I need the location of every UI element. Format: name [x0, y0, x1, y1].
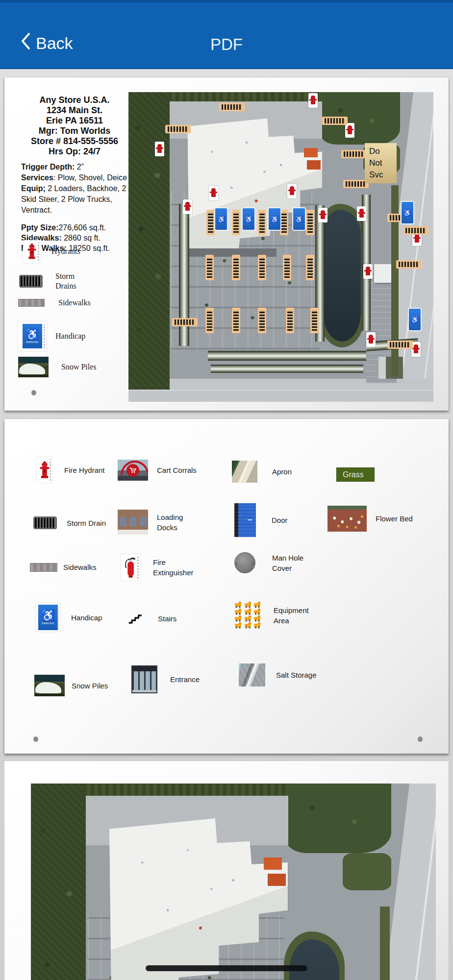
page-dot: [31, 390, 36, 395]
fire-hydrant-marker: [363, 264, 373, 279]
legend-item-sidewalks: Sidewalks: [18, 298, 95, 308]
service-details: Trigger Depth: 2” Services: Plow, Shovel…: [21, 162, 136, 216]
home-indicator[interactable]: [146, 965, 307, 971]
storm-drain-marker: [341, 150, 367, 158]
sidewalk-icon: [30, 563, 57, 572]
map-trees-right: [343, 853, 391, 890]
manhole-cover-icon: [234, 552, 255, 573]
loading-docks-icon: [118, 510, 148, 535]
door-icon: [234, 503, 256, 537]
storm-drain-marker: [283, 255, 291, 280]
storm-drain-marker: [258, 255, 266, 280]
storm-drain-marker: [232, 255, 240, 280]
map-containers: [268, 874, 286, 886]
map-containers: [264, 858, 282, 870]
storm-drain-marker: [387, 341, 413, 349]
site-map[interactable]: Do Not Svc: [128, 92, 433, 402]
key-item-stairs: Stairs: [128, 612, 204, 624]
key-item-salt-storage: Salt Storage: [239, 663, 330, 686]
storm-drain-marker: [306, 210, 314, 235]
pdf-page-3[interactable]: [4, 761, 449, 980]
store-name: Any Store U.S.A.: [19, 95, 130, 105]
handicap-sign-marker: [215, 208, 227, 230]
storm-drain-marker: [165, 125, 191, 133]
key-item-fire-hydrant: Fire Hydrant: [37, 457, 111, 483]
legend-item-snow-piles: Snow Piles: [18, 357, 98, 377]
map-grass-strip: [380, 906, 390, 980]
map-forest: [128, 92, 170, 390]
pdf-page-2[interactable]: Fire Hydrant Cart Corrals Apron Grass St…: [4, 419, 449, 754]
fire-hydrant-marker: [345, 123, 354, 138]
store-manager: Mgr: Tom Worlds: [19, 126, 130, 136]
key-item-handicap: ♿ PARKING Handicap: [36, 603, 118, 632]
map-containers: [307, 160, 321, 170]
apron-icon: [232, 461, 257, 483]
storm-drain-marker: [258, 308, 266, 333]
snow-pile-strip: [211, 365, 363, 372]
label-strip: [57, 606, 59, 630]
stairs-icon: [128, 612, 142, 624]
handicap-sign-marker: [293, 208, 305, 230]
storm-drain-marker: [205, 308, 214, 333]
grass-swatch: Grass: [336, 467, 375, 482]
snow-piles-icon: [34, 675, 65, 696]
pdf-page-1[interactable]: Any Store U.S.A. 1234 Main St. Erie PA 1…: [4, 77, 449, 411]
map-trees-topright: [286, 784, 391, 853]
fire-hydrant-marker: [366, 332, 376, 347]
wheelchair-glyph: ♿: [41, 610, 55, 621]
fire-hydrant-marker: [155, 142, 164, 156]
equipment-area-icon: [234, 601, 262, 630]
fire-hydrant-marker: [318, 208, 327, 222]
legend-item-storm-drains: Storm Drains: [19, 271, 92, 291]
entrance-icon: [131, 665, 157, 693]
key-item-loading-docks: Loading Docks: [118, 510, 203, 535]
key-item-snow-piles: Snow Piles: [34, 675, 118, 696]
legend-item-handicap: ♿ PARKING Handicap: [18, 321, 92, 351]
storm-drain-marker: [280, 210, 288, 235]
storm-drain-icon: [19, 275, 43, 288]
aerial-photo: [31, 784, 436, 980]
key-item-manhole: Man Hole Cover: [234, 552, 319, 573]
store-hours: Hrs Op: 24/7: [19, 147, 130, 157]
storm-drain-marker: [403, 226, 428, 235]
label-strip: [50, 459, 51, 481]
storm-drain-marker: [322, 117, 348, 125]
handicap-icon: ♿ PARKING: [36, 603, 60, 632]
key-item-entrance: Entrance: [131, 665, 217, 693]
key-item-sidewalks: Sidewalks: [30, 562, 110, 572]
label-strip: [38, 242, 39, 261]
store-phone: Store # 814-555-5556: [19, 136, 130, 147]
fire-hydrant-icon: [23, 240, 41, 263]
flower-bed-icon: [327, 506, 367, 532]
fire-hydrant-marker: [411, 342, 421, 357]
sidewalk-icon: [18, 299, 45, 307]
handicap-sign-marker: [243, 208, 254, 230]
map-forest: [31, 784, 86, 980]
map-containers: [304, 148, 318, 157]
storm-drain-marker: [286, 308, 294, 333]
cart-corral-icon: [118, 460, 148, 481]
status-bar-strip: [0, 0, 453, 2]
fire-hydrant-marker: [209, 186, 218, 200]
key-item-grass: Grass: [336, 467, 375, 482]
storm-drain-marker: [258, 210, 266, 235]
storm-drain-marker: [232, 308, 240, 333]
handicap-sign-marker: [409, 309, 421, 330]
key-item-storm-drain: Storm Drain: [33, 516, 113, 529]
key-item-equipment-area: Equipment Area: [234, 601, 320, 630]
map-pond: [323, 210, 361, 342]
label-strip: [44, 324, 45, 348]
map-outbuilding: [378, 357, 403, 378]
storm-drain-marker: [205, 255, 214, 280]
fire-hydrant-marker: [308, 93, 318, 108]
storm-drain-marker: [396, 260, 422, 269]
page-dot: [33, 736, 38, 742]
fire-hydrant-icon: [37, 457, 52, 483]
store-street: 1234 Main St.: [19, 105, 130, 116]
do-not-svc-label: Do Not Svc: [365, 143, 397, 183]
storm-drain-icon: [33, 516, 57, 529]
salt-storage-icon: [239, 663, 265, 686]
handicap-icon: ♿ PARKING: [18, 321, 47, 351]
key-item-door: Door: [234, 503, 318, 537]
storm-drain-marker: [306, 255, 314, 280]
